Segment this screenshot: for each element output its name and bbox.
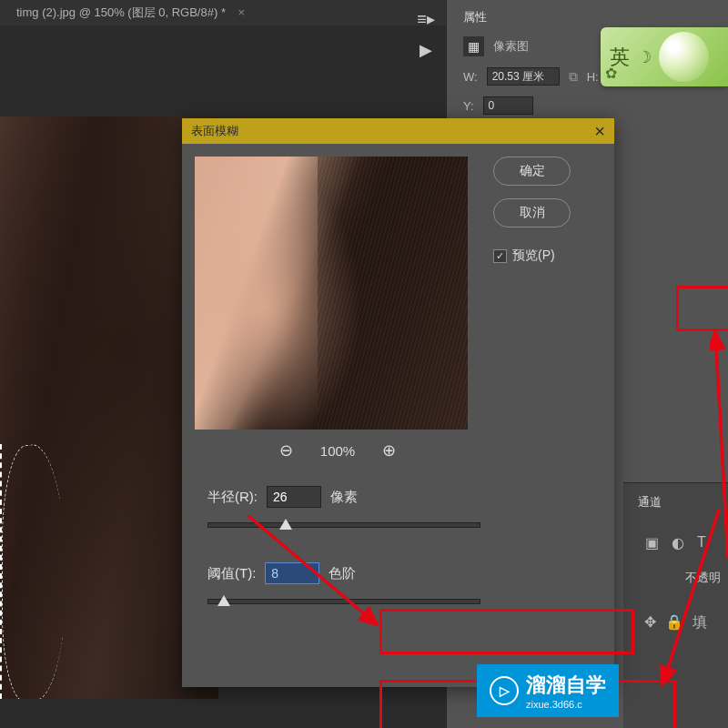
threshold-label: 阈值(T): (207, 565, 256, 582)
y-label: Y: (463, 99, 474, 113)
dialog-title-bar[interactable]: 表面模糊 × (182, 118, 614, 144)
align-icon[interactable]: ≡▸ (417, 9, 435, 29)
y-field[interactable] (483, 96, 533, 115)
radius-unit: 像素 (330, 489, 358, 506)
panel-icons-row: ▣ ◐ T (631, 534, 721, 551)
surface-blur-dialog: 表面模糊 × ⊖ 100% ⊕ 半径(R): 像素 阈值(T): (182, 118, 614, 687)
threshold-slider-thumb[interactable] (217, 595, 230, 606)
width-label: W: (463, 70, 478, 84)
dialog-close-button[interactable]: × (594, 121, 605, 142)
ok-button[interactable]: 确定 (493, 157, 571, 186)
threshold-unit: 色阶 (329, 565, 356, 582)
watermark-url: zixue.3d66.c (526, 699, 606, 710)
radius-slider[interactable] (207, 522, 480, 528)
preview-checkbox[interactable]: ✓ (493, 249, 507, 263)
preview-label: 预览(P) (512, 248, 555, 264)
height-label: H: (587, 70, 599, 84)
lock-icon[interactable]: 🔒 (665, 613, 683, 632)
watermark-logo-icon: ▷ (490, 676, 519, 705)
moon-icon: ☽ (637, 47, 652, 67)
marquee-selection (0, 444, 73, 699)
watermark-badge: ▷ 溜溜自学 zixue.3d66.c (477, 664, 619, 717)
threshold-input[interactable] (265, 562, 319, 584)
document-tab[interactable]: timg (2).jpg @ 150% (图层 0, RGB/8#) * × (7, 1, 254, 25)
threshold-row: 阈值(T): 色阶 (195, 555, 480, 592)
radius-row: 半径(R): 像素 (195, 479, 480, 515)
tab-title: timg (2).jpg @ 150% (图层 0, RGB/8#) * (16, 5, 226, 19)
zoom-out-button[interactable]: ⊖ (279, 440, 293, 460)
fill-label: 填 (693, 613, 707, 632)
zoom-in-button[interactable]: ⊕ (382, 440, 396, 460)
ime-floating-bar[interactable]: 英 ☽ ✿ (601, 27, 728, 86)
close-tab-icon[interactable]: × (238, 5, 246, 19)
type-icon[interactable]: T (697, 534, 706, 551)
threshold-slider[interactable] (207, 599, 480, 604)
mini-toolbar: ≡▸ ▶ (412, 9, 440, 60)
width-field[interactable] (487, 67, 560, 86)
image-icon[interactable]: ▣ (645, 534, 659, 551)
preview-thumbnail[interactable] (195, 157, 468, 430)
opacity-label: 不透明 (631, 570, 721, 586)
cancel-button[interactable]: 取消 (493, 198, 571, 228)
watermark-text: 溜溜自学 (526, 673, 606, 696)
adjustment-icon[interactable]: ◐ (672, 534, 684, 551)
properties-title: 属性 (463, 9, 719, 25)
play-icon[interactable]: ▶ (420, 40, 432, 60)
move-icon[interactable]: ✥ (644, 613, 656, 632)
radius-label: 半径(R): (207, 489, 258, 506)
ime-flower-icon (659, 32, 709, 82)
dialog-title: 表面模糊 (191, 123, 238, 139)
radius-slider-thumb[interactable] (279, 519, 292, 530)
pixel-layer-label: 像素图 (493, 38, 529, 55)
link-wh-icon[interactable]: ⧉ (569, 69, 578, 85)
channels-tab[interactable]: 通道 (631, 490, 721, 514)
ime-gear-icon[interactable]: ✿ (605, 65, 617, 82)
channels-panel: 通道 ▣ ◐ T 不透明 ✥ 🔒 填 (623, 482, 728, 728)
zoom-value: 100% (320, 443, 355, 459)
radius-input[interactable] (267, 486, 321, 508)
preview-checkbox-row[interactable]: ✓ 预览(P) (493, 248, 602, 264)
pixel-layer-icon: ▦ (463, 36, 484, 56)
